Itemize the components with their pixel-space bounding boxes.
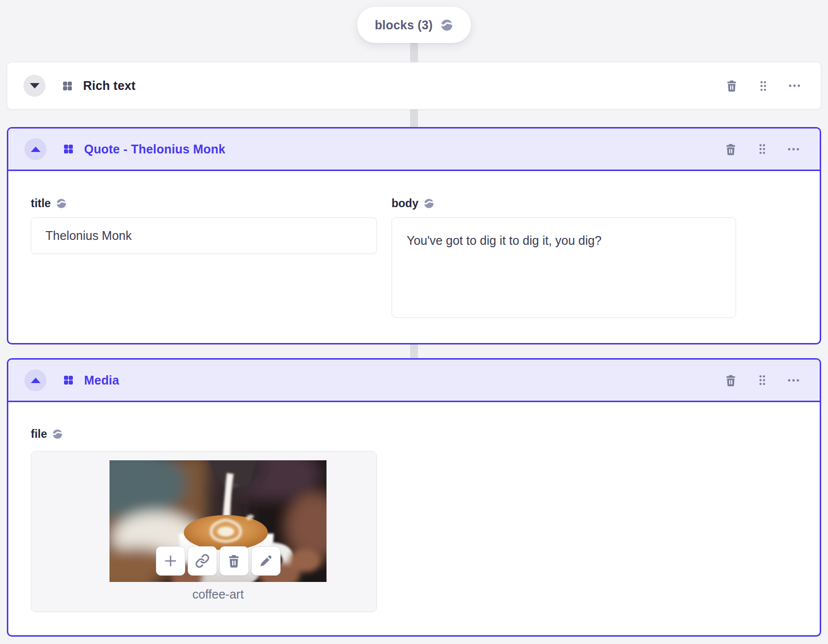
drag-handle-icon — [756, 143, 768, 155]
block-header: Media — [8, 360, 820, 402]
drag-handle[interactable] — [756, 142, 768, 156]
block-title: Quote - Thelonius Monk — [84, 142, 225, 156]
globe-icon — [423, 198, 435, 209]
trash-icon — [724, 143, 737, 156]
globe-icon — [56, 198, 67, 209]
body-textarea[interactable]: You've got to dig it to dig it, you dig? — [392, 217, 736, 318]
trash-icon — [227, 554, 241, 568]
block-media: Media file — [7, 358, 821, 637]
delete-block-button[interactable] — [725, 79, 738, 93]
drag-handle[interactable] — [757, 79, 769, 93]
more-options-button[interactable] — [788, 79, 801, 93]
field-title-label: title — [31, 197, 51, 210]
block-header: Quote - Thelonius Monk — [8, 129, 820, 171]
drag-handle-icon — [756, 374, 768, 386]
field-file-label: file — [31, 428, 47, 441]
collapse-toggle-button[interactable] — [24, 369, 46, 391]
trash-icon — [724, 374, 737, 387]
block-quote: Quote - Thelonius Monk title — [7, 127, 821, 344]
more-options-button[interactable] — [787, 142, 800, 156]
link-button[interactable] — [188, 546, 217, 576]
chevron-down-icon — [30, 83, 40, 88]
drag-handle[interactable] — [756, 373, 768, 387]
delete-block-button[interactable] — [724, 142, 737, 156]
plus-icon — [163, 553, 178, 569]
ellipsis-icon — [787, 143, 800, 155]
blocks-grid-icon — [63, 143, 74, 155]
chevron-up-icon — [31, 378, 41, 383]
add-button[interactable] — [156, 546, 185, 576]
blocks-field-label: blocks (3) — [375, 18, 433, 32]
collapse-toggle-button[interactable] — [24, 138, 46, 160]
block-header: Rich text — [7, 63, 821, 109]
block-title: Media — [84, 373, 119, 387]
block-title: Rich text — [83, 79, 135, 93]
collapse-toggle-button[interactable] — [23, 75, 45, 97]
ellipsis-icon — [788, 80, 801, 92]
more-options-button[interactable] — [787, 373, 800, 387]
pencil-icon — [259, 554, 273, 568]
title-input[interactable] — [31, 217, 377, 254]
ellipsis-icon — [787, 374, 800, 386]
chevron-up-icon — [31, 147, 41, 152]
globe-icon — [440, 19, 453, 32]
drag-handle-icon — [757, 80, 769, 92]
link-icon — [195, 554, 210, 568]
edit-image-button[interactable] — [251, 546, 281, 576]
blocks-field-pill: blocks (3) — [357, 7, 471, 43]
blocks-grid-icon — [62, 80, 73, 92]
field-title: title — [31, 197, 377, 320]
image-actions-toolbar — [109, 546, 327, 576]
field-body: body You've got to dig it to dig it, you… — [392, 197, 736, 320]
block-rich-text: Rich text — [7, 62, 821, 109]
blocks-grid-icon — [63, 374, 74, 386]
file-name: coffee-art — [109, 587, 327, 601]
delete-block-button[interactable] — [724, 373, 737, 387]
file-upload-card: coffee-art — [31, 451, 377, 612]
remove-image-button[interactable] — [219, 546, 249, 576]
trash-icon — [725, 79, 738, 92]
globe-icon — [52, 429, 63, 440]
field-body-label: body — [392, 197, 418, 210]
